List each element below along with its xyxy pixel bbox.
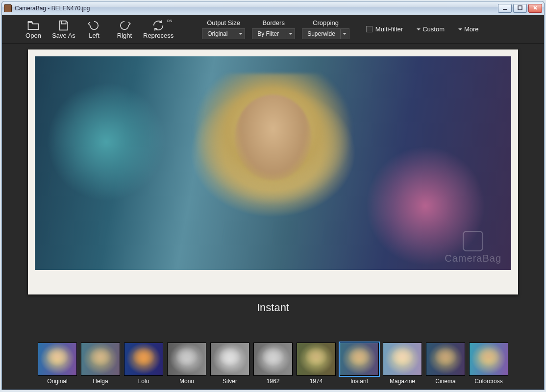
rotate-right-icon — [118, 19, 131, 32]
filter-thumb-image — [38, 343, 77, 376]
preview-image[interactable]: CameraBag — [35, 56, 511, 270]
folder-open-icon — [26, 19, 40, 32]
filter-thumb-label: Colorcross — [474, 378, 502, 385]
filter-thumb-label: Magazine — [390, 378, 415, 385]
filter-thumb-1962[interactable]: 1962 — [253, 343, 293, 385]
filter-thumb-image — [167, 343, 206, 376]
filter-thumb-label: Lolo — [138, 378, 149, 385]
borders-label: Borders — [262, 19, 285, 26]
svg-rect-1 — [518, 6, 522, 10]
multi-filter-checkbox[interactable]: Multi-filter — [366, 25, 403, 33]
cropping-label: Cropping — [313, 19, 339, 26]
custom-menu[interactable]: Custom — [417, 25, 445, 33]
rotate-left-button[interactable]: Left — [82, 19, 106, 39]
reprocess-icon: ON — [151, 19, 165, 32]
reprocess-button[interactable]: ON Reprocess — [143, 19, 174, 39]
filter-thumb-label: Instant — [350, 378, 368, 385]
output-size-dropdown[interactable]: Original — [202, 28, 245, 39]
filter-thumb-silver[interactable]: Silver — [210, 343, 249, 385]
filter-thumb-image — [253, 343, 293, 376]
current-filter-label: Instant — [257, 301, 289, 314]
filter-thumb-label: Original — [47, 378, 67, 385]
filter-thumb-instant[interactable]: Instant — [340, 343, 379, 385]
filter-thumb-1974[interactable]: 1974 — [297, 343, 336, 385]
maximize-button[interactable] — [513, 4, 527, 13]
open-button[interactable]: Open — [22, 19, 45, 39]
save-icon — [57, 19, 71, 32]
filter-thumb-image — [297, 343, 336, 376]
workarea: CameraBag Instant — [2, 44, 544, 340]
toolbar: Open Save As Left Right ON Reprocess Out… — [2, 15, 544, 44]
filter-thumb-helga[interactable]: Helga — [81, 343, 120, 385]
filter-thumb-label: Mono — [179, 378, 194, 385]
output-size-label: Output Size — [207, 19, 240, 26]
camerabag-logo-icon — [463, 231, 483, 251]
more-menu[interactable]: More — [458, 25, 479, 33]
filter-thumb-label: Cinema — [435, 378, 455, 385]
filter-thumb-label: 1974 — [310, 378, 323, 385]
rotate-left-icon — [87, 19, 101, 32]
chevron-down-icon — [340, 29, 349, 39]
filter-thumb-image — [469, 343, 508, 376]
filter-thumb-image — [124, 343, 163, 376]
chevron-down-icon — [236, 29, 245, 39]
rotate-right-button[interactable]: Right — [113, 19, 136, 39]
filter-thumb-label: Silver — [223, 378, 237, 385]
image-frame: CameraBag — [28, 49, 518, 294]
titlebar[interactable]: CameraBag - BELEN470.jpg — [2, 1, 544, 15]
filter-thumb-image — [426, 343, 465, 376]
checkbox-icon — [366, 26, 372, 32]
filter-filmstrip: OriginalHelgaLoloMonoSilver19621974Insta… — [2, 340, 544, 390]
window-title: CameraBag - BELEN470.jpg — [15, 5, 90, 12]
filter-thumb-mono[interactable]: Mono — [167, 343, 206, 385]
chevron-down-icon — [286, 29, 295, 39]
filter-thumb-original[interactable]: Original — [38, 343, 77, 385]
filter-thumb-label: Helga — [93, 378, 108, 385]
minimize-button[interactable] — [498, 4, 512, 13]
filter-thumb-image — [383, 343, 422, 376]
filter-thumb-magazine[interactable]: Magazine — [383, 343, 422, 385]
filter-thumb-lolo[interactable]: Lolo — [124, 343, 163, 385]
cropping-dropdown[interactable]: Superwide — [302, 28, 349, 39]
save-as-button[interactable]: Save As — [52, 19, 75, 39]
filter-thumb-colorcross[interactable]: Colorcross — [469, 343, 508, 385]
app-icon — [4, 4, 12, 12]
filter-thumb-cinema[interactable]: Cinema — [426, 343, 465, 385]
borders-dropdown[interactable]: By Filter — [252, 28, 295, 39]
app-window: CameraBag - BELEN470.jpg Open Save As Le… — [1, 1, 545, 390]
filter-thumb-image — [340, 343, 379, 376]
close-button[interactable] — [528, 4, 542, 13]
watermark: CameraBag — [445, 231, 501, 264]
filter-thumb-image — [81, 343, 120, 376]
filter-thumb-label: 1962 — [267, 378, 280, 385]
filter-thumb-image — [210, 343, 249, 376]
